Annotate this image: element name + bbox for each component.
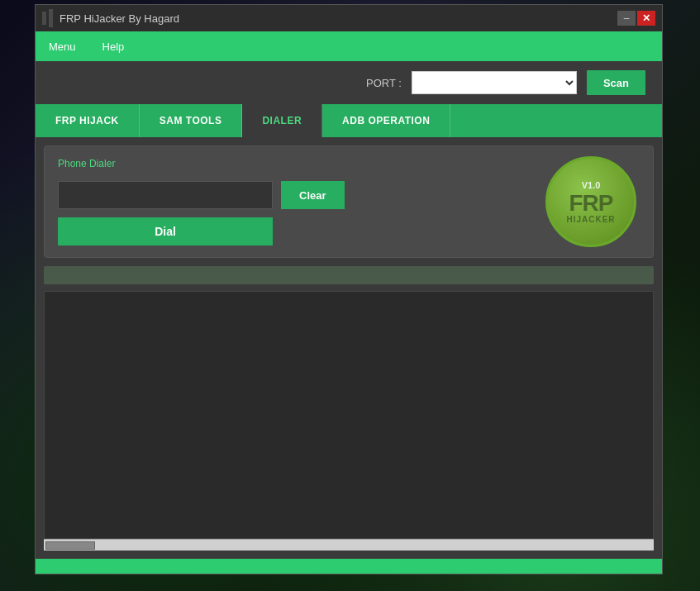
- tab-dialer[interactable]: DIALER: [242, 104, 322, 137]
- log-textarea[interactable]: [45, 292, 653, 528]
- title-bar: FRP HiJacker By Hagard – ✕: [36, 5, 662, 31]
- panel-label: Phone Dialer: [58, 158, 640, 169]
- tab-frp-hijack[interactable]: FRP HIJACK: [36, 104, 140, 137]
- dial-button[interactable]: Dial: [58, 217, 273, 245]
- tab-sam-tools[interactable]: SAM TOOLS: [140, 104, 243, 137]
- port-select[interactable]: [412, 71, 577, 94]
- scan-button[interactable]: Scan: [587, 70, 645, 95]
- frp-version: V1.0: [582, 180, 601, 190]
- app-window: FRP HiJacker By Hagard – ✕ Menu Help POR…: [35, 4, 663, 574]
- minimize-button[interactable]: –: [617, 11, 636, 26]
- dialer-input[interactable]: [58, 181, 273, 209]
- port-bar: PORT : Scan: [36, 61, 662, 104]
- tab-adb-operation[interactable]: ADB OPERATION: [322, 104, 450, 137]
- frp-main-text: FRP: [569, 192, 613, 215]
- port-label: PORT :: [366, 77, 402, 89]
- window-title: FRP HiJacker By Hagard: [60, 12, 617, 25]
- app-icon: [42, 9, 53, 27]
- menu-bar: Menu Help: [36, 31, 662, 61]
- bottom-bar: [36, 559, 662, 574]
- clear-button[interactable]: Clear: [281, 181, 345, 209]
- log-area: [44, 291, 654, 539]
- close-button[interactable]: ✕: [637, 11, 655, 26]
- window-controls: – ✕: [617, 11, 655, 26]
- scrollbar-area[interactable]: [44, 539, 654, 550]
- dialer-panel: Phone Dialer Clear Dial V1.0 FRP HIJACKE…: [44, 145, 654, 258]
- status-bar: [44, 266, 654, 284]
- menu-item-menu[interactable]: Menu: [44, 37, 81, 56]
- frp-sub-text: HIJACKER: [566, 215, 615, 224]
- content-area: Phone Dialer Clear Dial V1.0 FRP HIJACKE…: [36, 137, 662, 559]
- tabs-bar: FRP HIJACK SAM TOOLS DIALER ADB OPERATIO…: [36, 104, 662, 137]
- menu-item-help[interactable]: Help: [98, 37, 130, 56]
- frp-logo: V1.0 FRP HIJACKER: [545, 156, 636, 247]
- scrollbar-thumb[interactable]: [45, 541, 95, 550]
